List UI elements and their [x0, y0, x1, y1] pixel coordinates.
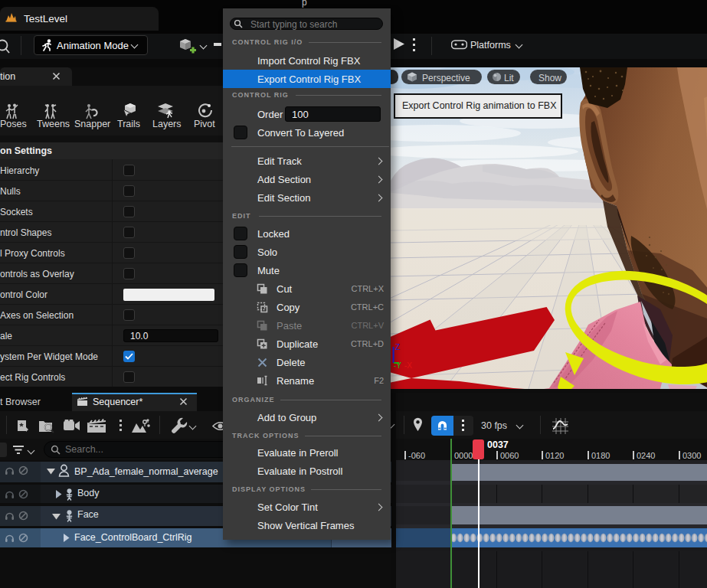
svg-text:-Y: -Y: [394, 361, 401, 370]
svg-text:Z: Z: [395, 343, 400, 351]
svg-text:-X: -X: [404, 361, 412, 370]
